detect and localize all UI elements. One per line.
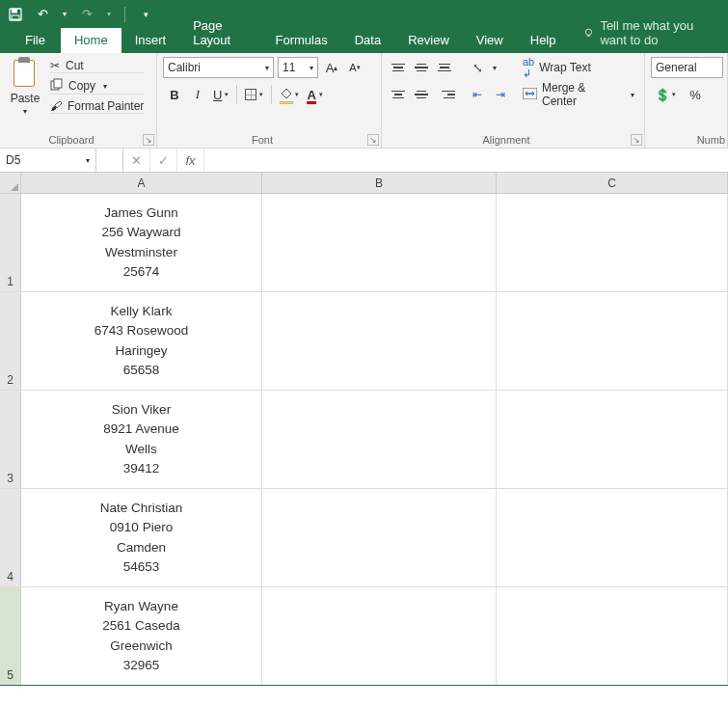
formula-input[interactable] [204,149,728,172]
format-painter-label: Format Painter [67,99,144,113]
cell-line: 65658 [123,361,160,380]
chevron-down-icon[interactable]: ▾ [319,91,323,98]
tab-help[interactable]: Help [517,28,570,53]
cell[interactable]: Sion Viker8921 AvenueWells39412 [21,391,262,488]
dialog-launcher-icon[interactable]: ↘ [631,134,642,146]
column-header-C[interactable]: C [497,173,728,193]
save-icon[interactable] [6,5,25,24]
column-header-A[interactable]: A [21,173,262,193]
separator [236,85,237,104]
increase-font-button[interactable]: A▴ [322,57,341,78]
lightbulb-icon [583,26,594,40]
cell[interactable]: Ryan Wayne2561 CasedaGreenwich32965 [21,587,262,685]
cell[interactable] [497,292,728,390]
merge-center-label: Merge & Center [542,81,622,108]
cell[interactable] [497,391,728,488]
font-color-button[interactable]: A▾ [303,84,326,105]
chevron-down-icon[interactable]: ▾ [304,64,313,72]
decrease-font-button[interactable]: A▾ [345,57,364,78]
cell[interactable] [262,194,497,291]
tab-page-layout[interactable]: Page Layout [179,14,261,53]
dialog-launcher-icon[interactable]: ↘ [143,134,154,146]
enter-formula-button[interactable]: ✓ [150,149,177,172]
undo-icon[interactable]: ↶ [33,5,52,24]
percent-button[interactable]: % [684,84,707,105]
italic-button[interactable]: I [186,84,209,105]
separator [271,85,272,104]
row-header[interactable]: 2 [0,292,21,390]
cell[interactable]: Kelly Klark6743 RosewoodHaringey65658 [21,292,262,390]
tab-view[interactable]: View [463,28,517,53]
chevron-down-icon[interactable]: ▾ [631,91,634,99]
redo-dropdown-icon[interactable]: ▾ [104,5,114,24]
insert-function-button[interactable]: fx [177,149,204,172]
cancel-formula-button[interactable]: ✕ [123,149,150,172]
align-center-button[interactable] [411,84,432,105]
cell[interactable] [262,489,497,586]
tab-insert[interactable]: Insert [121,28,180,53]
row-header[interactable]: 4 [0,489,21,586]
chevron-down-icon[interactable]: ▾ [23,107,27,116]
cell-line: 32965 [123,656,160,675]
align-bottom-button[interactable] [434,57,455,78]
cell[interactable] [262,391,497,488]
row-header[interactable]: 1 [0,194,21,291]
format-painter-button[interactable]: 🖌 Format Painter [50,99,144,114]
tab-formulas[interactable]: Formulas [262,28,341,53]
merge-center-button[interactable]: Merge & Center ▾ [519,84,638,105]
paste-button[interactable]: Paste ▾ [6,57,44,130]
tab-review[interactable]: Review [394,28,463,53]
tab-file[interactable]: File [10,28,61,53]
number-format-combo[interactable]: General [651,57,723,78]
borders-button[interactable]: ▾ [241,84,267,105]
undo-dropdown-icon[interactable]: ▾ [60,5,69,24]
tab-data[interactable]: Data [341,28,394,53]
redo-icon[interactable]: ↷ [77,5,96,24]
copy-button[interactable]: Copy ▾ [50,78,144,95]
cell[interactable] [262,587,497,685]
decrease-indent-button[interactable]: ⇤ [467,84,488,105]
chevron-down-icon[interactable]: ▾ [103,82,107,91]
qat-customize-icon[interactable]: ▾ [136,5,155,24]
fill-color-button[interactable]: ▾ [276,84,303,105]
cell[interactable] [262,292,497,390]
chevron-down-icon[interactable]: ▾ [490,57,499,78]
align-top-button[interactable] [388,57,409,78]
name-box[interactable]: D5 ▾ [0,149,96,172]
chevron-down-icon[interactable]: ▾ [259,91,263,98]
orientation-button[interactable]: ⤡ [467,57,488,78]
font-size-combo[interactable]: 11 ▾ [278,57,318,78]
tell-me[interactable]: Tell me what you want to do [570,18,729,53]
underline-button[interactable]: U▾ [209,84,232,105]
cut-button[interactable]: ✂ Cut [50,59,144,73]
cell[interactable] [497,587,728,685]
table-row: 1James Gunn256 WaywardWestminster25674 [0,194,728,292]
align-middle-button[interactable] [411,57,432,78]
select-all-corner[interactable] [0,173,21,193]
accounting-format-button[interactable]: 💲▾ [651,84,680,105]
dialog-launcher-icon[interactable]: ↘ [367,134,379,146]
wrap-text-button[interactable]: ab↲ Wrap Text [519,57,638,78]
cell[interactable]: James Gunn256 WaywardWestminster25674 [21,194,262,291]
chevron-down-icon[interactable]: ▾ [86,156,90,165]
cell[interactable]: Nate Christian0910 PieroCamden54653 [21,489,262,586]
row-header[interactable]: 5 [0,587,21,685]
bold-button[interactable]: B [163,84,186,105]
cell[interactable] [497,489,728,586]
increase-indent-button[interactable]: ⇥ [490,84,511,105]
tab-home[interactable]: Home [61,28,121,53]
group-label: Font [157,134,367,146]
chevron-down-icon[interactable]: ▾ [225,91,229,98]
chevron-down-icon[interactable]: ▾ [259,64,269,72]
cell[interactable] [497,194,728,291]
copy-icon [50,78,63,94]
font-name-combo[interactable]: Calibri ▾ [163,57,274,78]
scissors-icon: ✂ [50,59,60,72]
column-header-B[interactable]: B [262,173,497,193]
align-right-button[interactable] [434,84,455,105]
group-alignment: ⤡ ▾ ⇤ ⇥ ab↲ Wrap Text [382,53,645,148]
chevron-down-icon[interactable]: ▾ [295,91,299,98]
font-color-icon: A [307,88,315,102]
row-header[interactable]: 3 [0,391,21,488]
align-left-button[interactable] [388,84,409,105]
